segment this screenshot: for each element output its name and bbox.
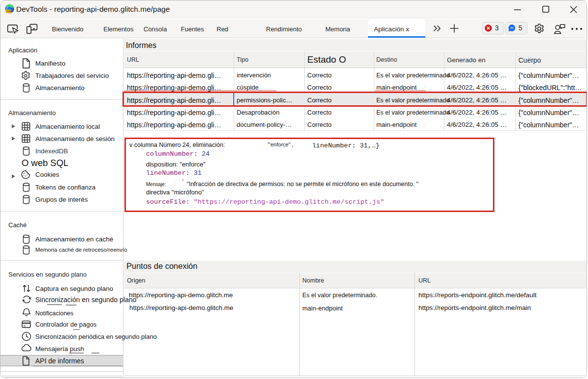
svg-text:CAN: CAN: [6, 10, 12, 13]
